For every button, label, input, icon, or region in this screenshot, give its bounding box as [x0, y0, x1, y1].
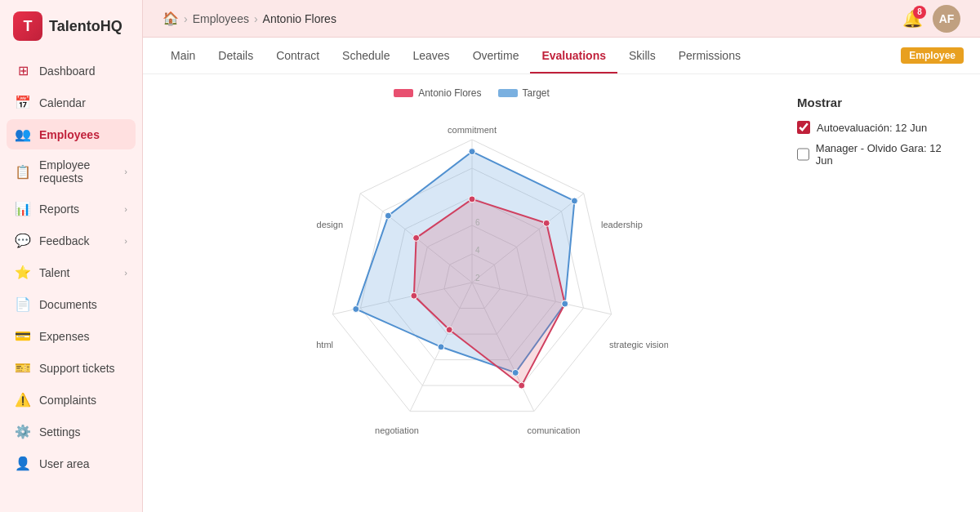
sidebar-item-label: Feedback — [39, 234, 89, 247]
logo-hq: HQ — [100, 18, 122, 34]
mostrar-panel: Mostrar Autoevaluación: 12 Jun Manager -… — [784, 87, 964, 486]
eval-content: Antonio Flores Target — [143, 74, 980, 499]
grid-label-4: 4 — [475, 246, 480, 255]
reports-icon: 📊 — [15, 201, 31, 216]
sidebar-item-label: Talent — [39, 266, 69, 279]
breadcrumb-sep: › — [184, 12, 188, 25]
axis-label-commitment: commitment — [448, 125, 497, 135]
checkbox-manager[interactable] — [797, 148, 809, 161]
check-autoevaluacion[interactable]: Autoevaluación: 12 Jun — [797, 121, 951, 134]
axis-label-design: design — [316, 220, 342, 229]
support-icon: 🎫 — [15, 360, 31, 376]
sidebar-nav: ⊞ Dashboard 📅 Calendar 👥 Employees 📋 Emp… — [0, 56, 142, 512]
radar-chart: .grid-line { stroke: #ddd; stroke-width:… — [276, 107, 668, 458]
tab-details[interactable]: Details — [207, 38, 265, 73]
svg-point-22 — [469, 149, 475, 155]
chevron-icon: › — [124, 167, 127, 176]
check-label-manager: Manager - Olvido Gara: 12 Jun — [816, 142, 951, 167]
sidebar-item-calendar[interactable]: 📅 Calendar — [7, 87, 136, 118]
sidebar-item-label: Expenses — [39, 330, 89, 343]
settings-icon: ⚙️ — [15, 424, 31, 439]
breadcrumb-current: Antonio Flores — [263, 12, 336, 25]
tab-main[interactable]: Main — [159, 38, 207, 73]
legend-color-blue — [498, 89, 518, 97]
sidebar-item-feedback[interactable]: 💬 Feedback › — [7, 225, 136, 256]
sidebar-item-label: User area — [39, 457, 89, 470]
documents-icon: 📄 — [15, 296, 31, 312]
tab-contract[interactable]: Contract — [265, 38, 331, 73]
svg-point-16 — [543, 220, 550, 226]
tab-permissions[interactable]: Permissions — [667, 38, 752, 73]
axis-label-negotiation: negotiation — [375, 425, 419, 435]
sidebar-item-user-area[interactable]: 👤 User area — [7, 448, 136, 479]
svg-point-18 — [518, 382, 524, 389]
sidebar-item-complaints[interactable]: ⚠️ Complaints — [7, 385, 136, 415]
grid-label-6: 6 — [475, 218, 480, 227]
svg-point-28 — [385, 212, 391, 219]
sidebar-item-label: Employees — [39, 128, 100, 141]
tab-skills[interactable]: Skills — [617, 38, 667, 73]
employee-requests-icon: 📋 — [15, 164, 31, 180]
sidebar: T TalentoHQ ⊞ Dashboard 📅 Calendar 👥 Emp… — [0, 0, 143, 512]
employee-badge: Employee — [901, 47, 964, 64]
radar-svg: .grid-line { stroke: #ddd; stroke-width:… — [276, 107, 668, 458]
breadcrumb-sep2: › — [254, 12, 258, 25]
sidebar-item-support-tickets[interactable]: 🎫 Support tickets — [7, 353, 136, 383]
sidebar-item-talent[interactable]: ⭐ Talent › — [7, 257, 136, 287]
sidebar-item-expenses[interactable]: 💳 Expenses — [7, 321, 136, 351]
logo[interactable]: T TalentoHQ — [0, 0, 142, 52]
tab-evaluations[interactable]: Evaluations — [530, 38, 617, 73]
content-area: Main Details Contract Schedule Leaves Ov… — [143, 38, 980, 512]
svg-point-23 — [571, 198, 577, 204]
tab-schedule[interactable]: Schedule — [331, 38, 401, 73]
user-area-icon: 👤 — [15, 456, 31, 471]
sidebar-item-employees[interactable]: 👥 Employees — [7, 119, 136, 149]
sidebar-item-label: Calendar — [39, 96, 86, 109]
avatar[interactable]: AF — [933, 5, 960, 33]
svg-point-19 — [446, 327, 452, 333]
svg-point-27 — [352, 306, 359, 313]
tab-leaves[interactable]: Leaves — [401, 38, 461, 73]
logo-text: TalentoHQ — [49, 18, 122, 35]
home-icon[interactable]: 🏠 — [163, 11, 179, 26]
notification-button[interactable]: 🔔 8 — [902, 9, 923, 29]
employees-icon: 👥 — [15, 127, 31, 142]
axis-label-leadership: leadership — [601, 220, 643, 229]
check-label-autoevaluacion: Autoevaluación: 12 Jun — [817, 122, 927, 134]
header: 🏠 › Employees › Antonio Flores 🔔 8 AF — [143, 0, 980, 38]
svg-point-21 — [412, 234, 419, 241]
feedback-icon: 💬 — [15, 233, 31, 248]
chart-area: Antonio Flores Target — [159, 87, 784, 486]
legend-label-series2: Target — [523, 87, 550, 99]
chevron-icon: › — [124, 268, 127, 278]
check-manager[interactable]: Manager - Olvido Gara: 12 Jun — [797, 142, 951, 167]
notification-badge: 8 — [913, 6, 926, 19]
svg-point-26 — [438, 344, 444, 350]
sidebar-item-label: Reports — [39, 203, 79, 216]
sidebar-item-settings[interactable]: ⚙️ Settings — [7, 416, 136, 447]
complaints-icon: ⚠️ — [15, 392, 31, 407]
sidebar-item-reports[interactable]: 📊 Reports › — [7, 194, 136, 224]
chevron-icon: › — [124, 236, 127, 246]
sidebar-item-label: Dashboard — [39, 65, 96, 78]
mostrar-title: Mostrar — [797, 96, 951, 109]
sidebar-item-employee-requests[interactable]: 📋 Employee requests › — [7, 151, 136, 192]
expenses-icon: 💳 — [15, 328, 31, 344]
tab-overtime[interactable]: Overtime — [461, 38, 531, 73]
breadcrumb-employees[interactable]: Employees — [193, 12, 249, 25]
legend-item-series1: Antonio Flores — [394, 87, 481, 99]
chevron-icon: › — [124, 204, 127, 214]
legend-color-red — [394, 89, 413, 97]
sidebar-item-label: Employee requests — [39, 158, 116, 185]
sidebar-item-documents[interactable]: 📄 Documents — [7, 289, 136, 319]
main-area: 🏠 › Employees › Antonio Flores 🔔 8 AF Ma… — [143, 0, 980, 512]
tabs-bar: Main Details Contract Schedule Leaves Ov… — [143, 38, 980, 74]
checkbox-autoevaluacion[interactable] — [797, 121, 810, 134]
svg-point-25 — [512, 369, 519, 376]
grid-label-2: 2 — [475, 274, 480, 283]
sidebar-item-label: Complaints — [39, 394, 96, 407]
axis-label-strategic-vision: strategic vision — [609, 340, 668, 349]
sidebar-item-dashboard[interactable]: ⊞ Dashboard — [7, 56, 136, 86]
header-right: 🔔 8 AF — [902, 5, 960, 33]
axis-label-html: html — [316, 340, 333, 349]
